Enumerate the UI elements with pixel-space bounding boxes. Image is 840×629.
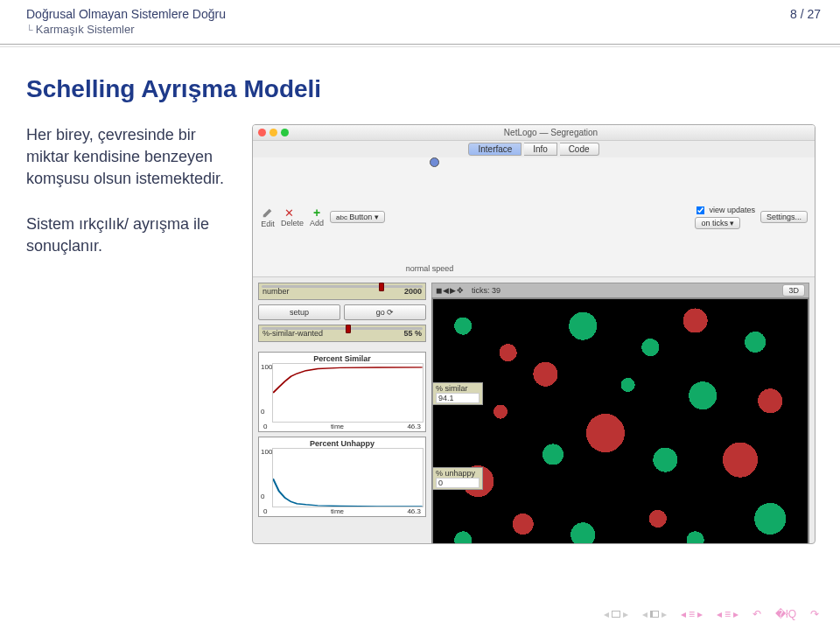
update-mode-dropdown[interactable]: on ticks ▾ — [695, 217, 740, 229]
toolbar-delete-label: Delete — [281, 220, 304, 228]
view-tools-icon[interactable]: ◼◀▶✥ — [436, 286, 465, 295]
nav-next-sub-icon[interactable]: ▸ — [733, 608, 738, 620]
nav-prev-sub-icon[interactable]: ◂ — [717, 608, 722, 620]
page-number: 8 / 27 — [790, 7, 821, 21]
monitor-unhappy: % unhappy 0 — [432, 467, 483, 490]
nav-next-frame-icon[interactable]: ▸ — [662, 608, 667, 620]
toolbar: Edit ✕ Delete + Add abc Button ▾ normal … — [253, 157, 815, 277]
window-titlebar: NetLogo — Segregation — [253, 125, 815, 141]
tab-interface[interactable]: Interface — [468, 143, 522, 156]
ticks-label: ticks: — [472, 286, 490, 295]
world-toolbar: ◼◀▶✥ ticks: 39 3D — [431, 283, 809, 297]
zoom-icon[interactable] — [281, 129, 289, 136]
nav-next-sec-icon[interactable]: ▸ — [697, 608, 703, 620]
close-icon[interactable] — [258, 129, 266, 136]
body-text: Her birey, çevresinde bir miktar kendisi… — [26, 124, 233, 544]
plot-percent-unhappy: Percent Unhappy 1000 0time46.3 % unhappy… — [258, 437, 426, 517]
loop-icon: ⟳ — [387, 308, 394, 317]
monitor-similar: % similar 94.1 — [432, 382, 483, 405]
forward-icon[interactable]: ↷ — [810, 608, 819, 620]
frame-icon — [650, 611, 659, 618]
paragraph: Her birey, çevresinde bir miktar kendisi… — [26, 124, 233, 191]
back-icon[interactable]: ↶ — [752, 608, 761, 620]
beamer-nav: ◂ ▸ ◂ ▸ ◂ ≡ ▸ ◂ ≡ ▸ ↶ �łQ ↷ — [604, 608, 819, 620]
chevron-down-icon: ▾ — [730, 219, 734, 227]
frame-title: Schelling Ayrışma Modeli — [26, 75, 816, 103]
toolbar-edit-label: Edit — [260, 220, 276, 229]
nav-next-icon[interactable]: ▸ — [623, 608, 628, 620]
tab-info[interactable]: Info — [524, 143, 557, 156]
tab-code[interactable]: Code — [560, 143, 599, 156]
setup-button[interactable]: setup — [258, 304, 340, 320]
slide-icon — [612, 611, 620, 618]
slider-similar-wanted[interactable]: %-similar-wanted 55 % — [258, 325, 426, 342]
minimize-icon[interactable] — [270, 129, 277, 136]
tab-bar: Interface Info Code — [253, 141, 815, 157]
nav-prev-frame-icon[interactable]: ◂ — [642, 608, 648, 620]
divider — [0, 44, 840, 45]
go-button[interactable]: go ⟳ — [344, 304, 426, 320]
nav-prev-sec-icon[interactable]: ◂ — [681, 608, 686, 620]
netlogo-window: NetLogo — Segregation Interface Info Cod… — [252, 124, 816, 544]
ticks-value: 39 — [492, 286, 500, 295]
view-updates-checkbox[interactable]: view updates — [695, 205, 755, 216]
delete-icon[interactable]: ✕ — [281, 206, 297, 220]
add-icon[interactable]: + — [309, 206, 325, 220]
section-title: Doğrusal Olmayan Sistemlere Doğru — [26, 7, 226, 21]
slider-number[interactable]: number 2000 — [258, 283, 426, 300]
subsection-title: Karmaşık Sistemler — [36, 23, 135, 36]
search-icon[interactable]: �łQ — [775, 608, 796, 620]
tree-icon: └ — [26, 24, 33, 35]
widget-type-dropdown[interactable]: abc Button ▾ — [330, 211, 385, 223]
3d-button[interactable]: 3D — [782, 284, 805, 297]
speed-label: normal speed — [406, 265, 454, 274]
plot-percent-similar: Percent Similar 1000 0time46.3 % similar… — [258, 352, 426, 432]
window-title: NetLogo — Segregation — [292, 128, 809, 137]
paragraph: Sistem ırkçılık/ ayrışma ile sonuçlanır. — [26, 213, 233, 257]
lines-icon: ≡ — [689, 608, 695, 620]
edit-icon[interactable] — [260, 206, 276, 220]
settings-button[interactable]: Settings... — [760, 211, 808, 223]
toolbar-add-label: Add — [309, 220, 325, 228]
slide-header: Doğrusal Olmayan Sistemlere Doğru 8 / 27… — [0, 0, 840, 41]
lines-icon: ≡ — [724, 608, 731, 620]
nav-first-icon[interactable]: ◂ — [604, 608, 609, 620]
chevron-down-icon: ▾ — [374, 213, 379, 221]
world-view[interactable] — [431, 297, 809, 544]
